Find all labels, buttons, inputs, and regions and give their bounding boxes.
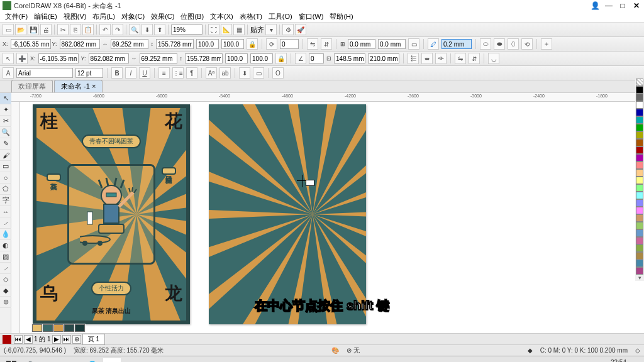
- taskbar-explorer[interactable]: 📁: [63, 358, 80, 363]
- pos-x-input[interactable]: [11, 39, 51, 49]
- zoom-input[interactable]: [171, 25, 203, 35]
- interactive-fill-tool[interactable]: ◐: [0, 240, 11, 251]
- color-swatch[interactable]: [636, 252, 643, 260]
- import-button[interactable]: ⬇: [142, 24, 153, 35]
- realh-input[interactable]: [368, 53, 399, 63]
- color-swatch[interactable]: [636, 146, 643, 154]
- page-y-input[interactable]: [89, 53, 129, 63]
- add-page[interactable]: ⊕: [72, 335, 81, 344]
- doc-swatch[interactable]: [43, 324, 53, 332]
- snap-dropdown[interactable]: ▾: [265, 24, 277, 35]
- color-swatch[interactable]: [636, 116, 643, 124]
- taskbar-edge[interactable]: 🌐: [83, 358, 101, 363]
- grid-button[interactable]: ▦: [233, 24, 245, 35]
- scale-y-input[interactable]: [221, 39, 244, 49]
- tab-document[interactable]: 未命名 -1 ×: [54, 80, 103, 92]
- align-left[interactable]: ⬱: [408, 53, 419, 64]
- poster-left[interactable]: 桂 花 乌 龙 青春不困喝困茶: [33, 104, 190, 324]
- launch-button[interactable]: 🚀: [295, 24, 306, 35]
- realw-input[interactable]: [334, 53, 365, 63]
- open-button[interactable]: 📂: [15, 24, 26, 35]
- shape-ops-2[interactable]: ⬬: [494, 38, 505, 50]
- page-sy-input[interactable]: [250, 53, 273, 63]
- flip-v[interactable]: ⇵: [469, 53, 480, 64]
- menu-bitmap[interactable]: 位图(B): [178, 12, 206, 21]
- color-swatch[interactable]: [636, 214, 643, 222]
- print-button[interactable]: 🖨: [40, 24, 52, 35]
- color-swatch[interactable]: [636, 109, 643, 116]
- new-button[interactable]: ▭: [3, 24, 14, 35]
- tray-clock[interactable]: 22:54 2022/1/7: [602, 359, 630, 363]
- lock-ratio-2[interactable]: 🔒: [275, 53, 287, 64]
- connector-tool[interactable]: ⟋: [0, 217, 11, 229]
- color-swatch[interactable]: [636, 260, 643, 267]
- color-swatch[interactable]: [636, 222, 643, 229]
- convert-curves[interactable]: ◡: [488, 53, 499, 64]
- scale-x-input[interactable]: [196, 39, 219, 49]
- start-button[interactable]: [3, 358, 20, 363]
- color-swatch[interactable]: [636, 184, 643, 192]
- align-text-left[interactable]: ≡: [158, 67, 170, 79]
- taskbar-taskview[interactable]: ◧: [43, 358, 60, 363]
- menu-window[interactable]: 窗口(W): [296, 12, 326, 21]
- angle-input[interactable]: [309, 53, 324, 63]
- rectangle-tool[interactable]: ▭: [0, 161, 11, 172]
- flip-h[interactable]: ⇋: [455, 53, 466, 64]
- palette-scroll-down[interactable]: ▾: [635, 275, 644, 281]
- color-swatch[interactable]: [636, 124, 643, 131]
- rotate-button[interactable]: ⟳: [266, 38, 277, 50]
- text-frame[interactable]: ▭: [253, 67, 264, 79]
- page-h-input[interactable]: [185, 53, 223, 63]
- offset-y-input[interactable]: [378, 39, 406, 49]
- page-sx-input[interactable]: [225, 53, 248, 63]
- poster-right[interactable]: [209, 104, 366, 324]
- font-family-input[interactable]: [16, 68, 73, 78]
- export-button[interactable]: ⬆: [154, 24, 165, 35]
- pick-tool-icon[interactable]: ↖: [3, 53, 14, 64]
- next-page[interactable]: ▶: [52, 335, 61, 344]
- color-proof-icon[interactable]: 🎨: [331, 347, 339, 354]
- tab-welcome[interactable]: 欢迎屏幕: [11, 80, 53, 92]
- menu-object[interactable]: 对象(C): [119, 12, 147, 21]
- lock-ratio-button[interactable]: 🔒: [247, 38, 258, 50]
- color-swatch[interactable]: [636, 207, 643, 214]
- bullet-list[interactable]: ⋮≡: [172, 67, 184, 79]
- angle-icon[interactable]: ∠: [295, 53, 306, 64]
- dropcap[interactable]: ¶: [186, 67, 197, 79]
- crop-tool[interactable]: ✂: [0, 116, 11, 127]
- fill-tool[interactable]: ◆: [0, 285, 11, 297]
- shape-ops-3[interactable]: ⬯: [508, 38, 519, 50]
- copy-button[interactable]: ⎘: [70, 24, 81, 35]
- color-swatch[interactable]: [636, 131, 643, 139]
- menu-table[interactable]: 表格(T): [237, 12, 265, 21]
- parallel-dim-tool[interactable]: ↔: [0, 206, 11, 217]
- fill-indicator[interactable]: ◆: [528, 347, 533, 354]
- page-w-input[interactable]: [140, 53, 177, 63]
- color-swatch[interactable]: [636, 162, 643, 169]
- text-tool-icon[interactable]: A: [3, 67, 14, 79]
- undo-button[interactable]: ↶: [99, 24, 111, 35]
- first-page[interactable]: ⏮: [14, 335, 23, 344]
- prev-page[interactable]: ◀: [24, 335, 33, 344]
- save-button[interactable]: 💾: [28, 24, 39, 35]
- record-icon[interactable]: [3, 335, 11, 344]
- menu-layout[interactable]: 布局(L): [90, 12, 117, 21]
- pick-tool[interactable]: ↖: [0, 93, 11, 104]
- outline-pen-icon[interactable]: 🖊: [428, 38, 439, 50]
- rulers-button[interactable]: 📐: [221, 24, 232, 35]
- color-swatch[interactable]: [636, 169, 643, 177]
- color-swatch[interactable]: [636, 267, 643, 275]
- text-tool[interactable]: 字: [0, 195, 11, 206]
- menu-effect[interactable]: 效果(C): [148, 12, 177, 21]
- add-button[interactable]: ＋: [541, 38, 552, 50]
- page-x-input[interactable]: [38, 53, 79, 63]
- outline-width-input[interactable]: [441, 39, 472, 49]
- outline-tool[interactable]: ◇: [0, 274, 11, 285]
- taskbar-corel[interactable]: ◉: [103, 358, 121, 363]
- more-tools[interactable]: ⊕: [0, 297, 11, 308]
- outline-indicator[interactable]: ◇: [635, 347, 640, 354]
- author-icon[interactable]: 👤: [590, 1, 600, 10]
- menu-view[interactable]: 视图(V): [61, 12, 89, 21]
- freehand-tool[interactable]: ✎: [0, 138, 11, 150]
- mirror-v-button[interactable]: ⇵: [321, 38, 332, 50]
